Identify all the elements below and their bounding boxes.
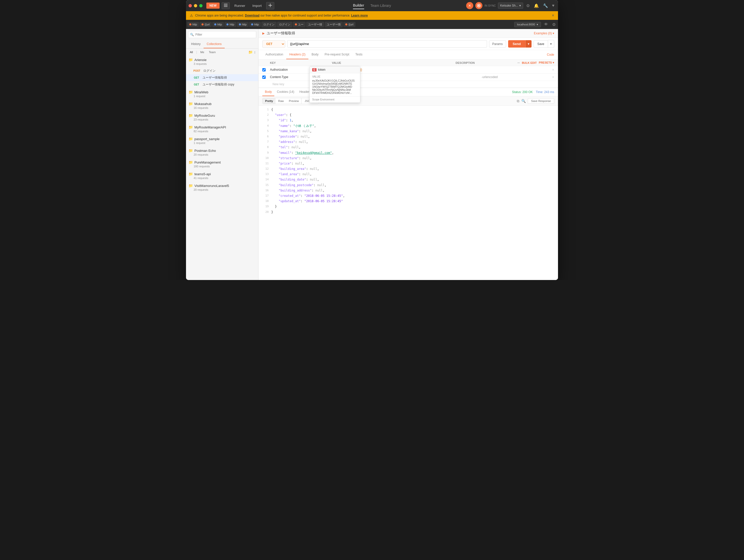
- presets-button[interactable]: Presets ▾: [539, 61, 554, 64]
- environment-selector[interactable]: localhost:8000 ▾: [514, 22, 541, 27]
- user-menu-button[interactable]: Keisuke Sh... ▾: [498, 3, 523, 9]
- tab-headers[interactable]: Headers (2): [286, 50, 308, 59]
- url-tab-5[interactable]: http: [237, 22, 249, 27]
- code-line-20: 20 }: [259, 209, 558, 215]
- new-tab-button[interactable]: [266, 2, 274, 9]
- add-collection-icon[interactable]: 📁: [248, 50, 253, 54]
- url-input[interactable]: [287, 40, 487, 47]
- search-resp-icon[interactable]: 🔍: [521, 99, 526, 103]
- eye-icon[interactable]: 👁: [543, 21, 549, 28]
- url-tab-9[interactable]: ユー: [293, 22, 306, 28]
- history-tab[interactable]: History: [188, 40, 203, 48]
- save-button[interactable]: Save: [533, 40, 548, 48]
- format-pretty-button[interactable]: Pretty: [263, 98, 275, 104]
- svg-rect-2: [224, 6, 227, 7]
- tab-authorization[interactable]: Authorization: [262, 50, 286, 59]
- learn-more-link[interactable]: Learn more: [351, 14, 368, 17]
- resp-tab-cookies[interactable]: Cookies (14): [274, 88, 297, 96]
- auth-row-close[interactable]: ×: [552, 68, 554, 72]
- collection-myroutemanagerapi[interactable]: 📁 MyRouteManagerAPI 82 requests: [186, 123, 258, 135]
- url-tab-7[interactable]: ログイン: [261, 22, 276, 28]
- collection-arienoie[interactable]: 📁 Arienoie 3 requests: [186, 56, 258, 67]
- tab-pre-request[interactable]: Pre-request Script: [322, 50, 352, 59]
- close-button[interactable]: [189, 4, 192, 7]
- new-button[interactable]: NEW: [207, 3, 220, 9]
- sidebar-toggle-button[interactable]: [222, 2, 230, 9]
- new-key-row[interactable]: New key: [259, 81, 558, 87]
- ct-row-checkbox[interactable]: [262, 76, 266, 79]
- search-input[interactable]: [188, 31, 256, 38]
- tab-dot-1: [189, 24, 191, 26]
- collection-miraiweb[interactable]: 📁 MiraiWeb 1 request: [186, 88, 258, 100]
- ct-row-close[interactable]: ×: [552, 75, 554, 79]
- save-response-button[interactable]: Save Response: [528, 98, 554, 104]
- collection-teams5-api[interactable]: 📁 teams5-api 41 requests: [186, 170, 258, 182]
- nav-team-library[interactable]: Team Library: [370, 2, 391, 9]
- sync-icon[interactable]: [475, 2, 482, 9]
- tab-dot-2: [201, 24, 203, 26]
- auth-row-checkbox[interactable]: [262, 68, 266, 72]
- minimize-button[interactable]: [194, 4, 197, 7]
- ac-scope-label: Scope: [312, 98, 319, 101]
- banner-close-button[interactable]: ×: [552, 13, 554, 18]
- gear-icon[interactable]: ⚙: [551, 21, 557, 28]
- filter-me[interactable]: Me: [199, 50, 205, 54]
- code-link[interactable]: Code: [547, 50, 554, 59]
- tab-tests[interactable]: Tests: [352, 50, 365, 59]
- code-line-9: 9 "email": "kei4eva4@gmail.com",: [259, 150, 558, 156]
- collection-postman-echo[interactable]: 📁 Postman Echo 20 requests: [186, 147, 258, 158]
- expand-icon[interactable]: ▶: [262, 32, 265, 35]
- url-tab-4[interactable]: http: [224, 22, 236, 27]
- help-icon[interactable]: 🔧: [542, 2, 549, 9]
- collection-puremanagement[interactable]: 📁 PureManagement 180 requests: [186, 158, 258, 170]
- collection-visitmamoruno[interactable]: 📁 VisitMamorunoLaravel5 20 requests: [186, 182, 258, 193]
- copy-icon[interactable]: ⧉: [517, 99, 519, 103]
- collections-tab[interactable]: Collections: [203, 40, 225, 48]
- examples-link[interactable]: Examples (0) ▾: [534, 32, 554, 35]
- collection-mukasahub[interactable]: 📁 Mukasahub 16 requests: [186, 100, 258, 111]
- download-link[interactable]: Download: [245, 14, 259, 17]
- format-preview-button[interactable]: Preview: [286, 98, 301, 104]
- collection-passport-sample[interactable]: 📁 passport_sample 1 request: [186, 135, 258, 147]
- url-tab-1[interactable]: http: [187, 22, 199, 27]
- send-dropdown-button[interactable]: ▾: [525, 40, 531, 47]
- import-button[interactable]: Import: [250, 3, 264, 9]
- authorization-header-row: Authorization Bearer {{token}} × E token: [259, 66, 558, 74]
- method-select[interactable]: GET POST PUT DELETE: [262, 40, 285, 48]
- heart-icon[interactable]: ♥: [551, 2, 556, 9]
- autocomplete-body: Value eyJ0eXAiOiJKV1QiLCJhbGciOlJSUzI1Ni…: [310, 73, 360, 96]
- maximize-button[interactable]: [199, 4, 202, 7]
- tab-body[interactable]: Body: [308, 50, 321, 59]
- auth-value-cell: Bearer {{token}}: [340, 68, 481, 72]
- resp-tab-body[interactable]: Body: [262, 88, 274, 96]
- url-tab-12[interactable]: {{url: [343, 22, 356, 27]
- save-dropdown-button[interactable]: ▾: [548, 40, 554, 48]
- url-tab-8[interactable]: ログイン: [277, 22, 292, 28]
- format-raw-button[interactable]: Raw: [275, 98, 286, 104]
- collection-myrouteguru[interactable]: 📁 MyRouteGuru 23 requests: [186, 111, 258, 123]
- nav-builder[interactable]: Builder: [353, 2, 364, 9]
- sort-icon[interactable]: ↕: [254, 50, 256, 54]
- response-tabs-bar: Body Cookies (14) Headers (8) Test Statu…: [259, 88, 558, 96]
- nav-right: ✕ IN SYNC Keisuke Sh... ▾ ⚙ 🔔 🔧 ♥: [466, 2, 555, 9]
- url-tab-2[interactable]: {{url: [199, 22, 212, 27]
- request-user-get[interactable]: GET ユーザー情報取得: [186, 74, 258, 81]
- url-tab-6[interactable]: http: [249, 22, 261, 27]
- runner-button[interactable]: Runner: [232, 3, 248, 9]
- url-tab-3[interactable]: http: [212, 22, 224, 27]
- notification-icon[interactable]: 🔔: [533, 2, 540, 9]
- interceptor-icon[interactable]: ✕: [466, 2, 473, 9]
- url-tab-11[interactable]: ユーザー情: [325, 22, 343, 28]
- bulk-edit-button[interactable]: Bulk Edit: [522, 61, 537, 64]
- filter-team[interactable]: Team: [208, 50, 217, 54]
- filter-all[interactable]: All: [189, 50, 194, 54]
- headers-section: Key Value Description ··· Bulk Edit Pres…: [259, 59, 558, 88]
- response-code-area: 1 { 2 "user": { 3 "id": 1, 4 "name": "小林: [259, 106, 558, 280]
- folder-icon-myrouteguru: 📁: [189, 113, 193, 118]
- request-login-post[interactable]: POST ログイン: [186, 67, 258, 74]
- request-user-copy-get[interactable]: GET ユーザー情報取得 copy: [186, 81, 258, 88]
- params-button[interactable]: Params: [489, 40, 506, 47]
- settings-icon[interactable]: ⚙: [525, 2, 531, 9]
- url-tab-10[interactable]: ユーザー情: [306, 22, 324, 28]
- send-button[interactable]: Send: [508, 40, 525, 47]
